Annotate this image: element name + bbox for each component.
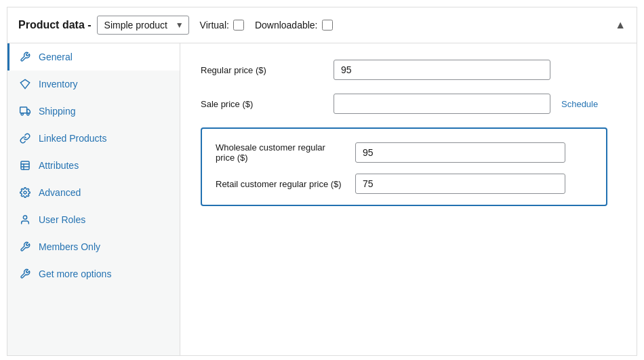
product-type-wrapper: Simple product ▼: [97, 16, 189, 35]
svg-marker-0: [20, 79, 29, 88]
regular-price-input[interactable]: [334, 60, 550, 80]
sidebar-item-get-more-options[interactable]: Get more options: [7, 260, 180, 287]
sale-price-row: Sale price ($) Schedule: [201, 94, 616, 114]
svg-point-9: [23, 216, 26, 219]
table-icon: [18, 160, 32, 171]
schedule-link[interactable]: Schedule: [561, 99, 598, 109]
sidebar-item-general[interactable]: General: [7, 43, 180, 71]
members-icon: [18, 241, 32, 252]
truck-icon: [18, 106, 32, 117]
sidebar-label-attributes: Attributes: [39, 160, 79, 171]
sidebar-label-members-only: Members Only: [39, 241, 100, 252]
sidebar-label-inventory: Inventory: [39, 79, 78, 89]
sidebar-label-general: General: [39, 52, 73, 62]
downloadable-checkbox[interactable]: [322, 20, 333, 31]
svg-point-8: [24, 191, 26, 194]
sidebar-item-members-only[interactable]: Members Only: [7, 233, 180, 260]
collapse-arrow-icon[interactable]: ▲: [615, 19, 626, 31]
wholesale-price-label: Wholesale customer regular price ($): [216, 142, 344, 163]
sale-price-input[interactable]: [334, 94, 550, 114]
sidebar: General Inventory: [7, 43, 180, 355]
sidebar-label-user-roles: User Roles: [39, 214, 85, 225]
sale-price-label: Sale price ($): [201, 99, 323, 109]
sidebar-label-linked-products: Linked Products: [39, 133, 106, 144]
gear-icon: [18, 187, 32, 198]
link-icon: [18, 133, 32, 144]
downloadable-group: Downloadable:: [255, 20, 333, 31]
product-data-body: General Inventory: [7, 43, 637, 355]
svg-rect-1: [20, 107, 27, 113]
product-data-title: Product data -: [18, 19, 92, 31]
wholesale-price-row: Wholesale customer regular price ($): [216, 142, 592, 163]
user-icon: [18, 214, 32, 225]
virtual-group: Virtual:: [200, 20, 244, 31]
header-options: Virtual: Downloadable:: [200, 20, 333, 31]
sidebar-label-get-more-options: Get more options: [39, 268, 111, 279]
sidebar-item-shipping[interactable]: Shipping: [7, 98, 180, 125]
svg-rect-4: [21, 161, 29, 169]
regular-price-row: Regular price ($): [201, 60, 616, 80]
product-data-header: Product data - Simple product ▼ Virtual:…: [7, 7, 637, 43]
regular-price-label: Regular price ($): [201, 65, 323, 75]
svg-point-2: [21, 113, 23, 115]
product-type-select[interactable]: Simple product: [97, 16, 189, 35]
sidebar-item-advanced[interactable]: Advanced: [7, 179, 180, 206]
sidebar-item-attributes[interactable]: Attributes: [7, 152, 180, 179]
virtual-checkbox[interactable]: [233, 20, 244, 31]
sidebar-label-advanced: Advanced: [39, 187, 81, 198]
retail-price-label: Retail customer regular price ($): [216, 179, 344, 189]
downloadable-label: Downloadable:: [255, 20, 318, 31]
wrench-icon: [18, 52, 32, 62]
product-data-panel: Product data - Simple product ▼ Virtual:…: [7, 7, 637, 356]
retail-price-input[interactable]: [355, 174, 565, 194]
sidebar-item-user-roles[interactable]: User Roles: [7, 206, 180, 233]
diamond-icon: [18, 79, 32, 89]
sidebar-label-shipping: Shipping: [39, 106, 76, 117]
virtual-label: Virtual:: [200, 20, 229, 31]
main-content: Regular price ($) Sale price ($) Schedul…: [180, 43, 637, 355]
svg-point-3: [27, 113, 29, 115]
sidebar-item-inventory[interactable]: Inventory: [7, 71, 180, 98]
retail-price-row: Retail customer regular price ($): [216, 174, 592, 194]
get-more-icon: [18, 268, 32, 279]
wholesale-box: Wholesale customer regular price ($) Ret…: [201, 127, 607, 206]
sidebar-item-linked-products[interactable]: Linked Products: [7, 125, 180, 152]
wholesale-price-input[interactable]: [355, 142, 565, 163]
